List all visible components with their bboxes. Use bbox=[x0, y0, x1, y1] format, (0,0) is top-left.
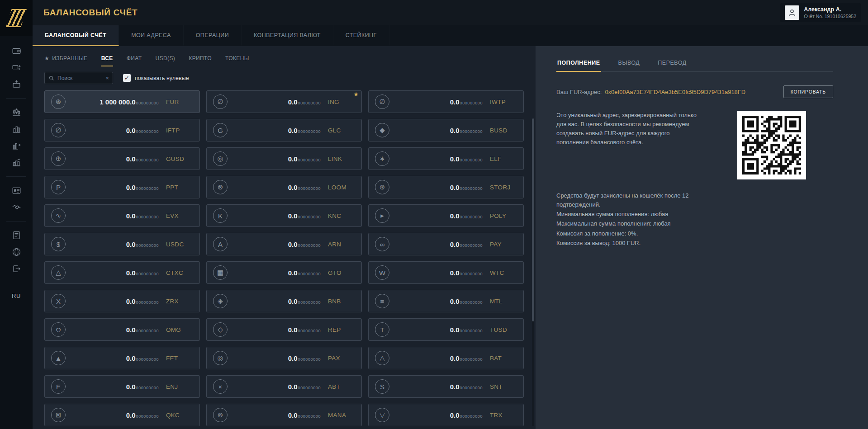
currency-card-poly[interactable]: ▸0.0000000000POLY bbox=[368, 204, 524, 227]
currency-card-pax[interactable]: ◎0.0000000000PAX bbox=[206, 347, 362, 369]
currency-balance: 0.0000000000 bbox=[288, 155, 321, 163]
filter-tab-3[interactable]: USD(S) bbox=[156, 55, 175, 66]
currency-card-ctxc[interactable]: △0.0000000000CTXC bbox=[44, 261, 200, 284]
nav-tab-0[interactable]: БАЛАНСОВЫЙ СЧЁТ bbox=[33, 25, 119, 46]
chart-exchange-icon[interactable] bbox=[12, 141, 21, 151]
currency-card-zrx[interactable]: X0.0000000000ZRX bbox=[44, 290, 200, 312]
currency-card-gto[interactable]: ▦0.0000000000GTO bbox=[206, 261, 362, 284]
candlestick-chart-icon[interactable] bbox=[12, 108, 21, 117]
currency-balance: 0.0000000000 bbox=[450, 155, 483, 163]
balance-main: 0.0 bbox=[126, 269, 136, 277]
currency-card-storj[interactable]: ⊛0.0000000000STORJ bbox=[368, 176, 524, 198]
checkbox-checked-icon[interactable]: ✓ bbox=[123, 74, 131, 82]
balance-sub-zeros: 000000000 bbox=[460, 243, 483, 248]
currency-card-knc[interactable]: K0.0000000000KNC bbox=[206, 204, 362, 227]
nav-tab-4[interactable]: СТЕЙКИНГ bbox=[333, 25, 389, 46]
currency-card-busd[interactable]: ◆0.0000000000BUSD bbox=[368, 119, 524, 141]
currency-card-wtc[interactable]: W0.0000000000WTC bbox=[368, 261, 524, 284]
balance-sub-zeros: 000000000 bbox=[136, 215, 159, 219]
currency-code: ELF bbox=[490, 156, 517, 162]
favorite-star-icon[interactable]: ★ bbox=[353, 91, 359, 98]
language-switcher[interactable]: RU bbox=[12, 292, 21, 299]
filter-tab-2[interactable]: ФИАТ bbox=[127, 55, 142, 66]
bar-chart-icon[interactable] bbox=[12, 124, 21, 134]
balance-sub-zeros: 000000000 bbox=[298, 357, 321, 362]
user-account-number: Счёт No. 191010625952 bbox=[804, 14, 856, 19]
balance-main: 0.0 bbox=[450, 297, 460, 305]
balance-sub-zeros: 000000000 bbox=[298, 129, 321, 134]
logout-icon[interactable] bbox=[12, 264, 21, 273]
globe-icon[interactable] bbox=[12, 247, 21, 257]
mtl-coin-icon: ≡ bbox=[375, 294, 389, 308]
usdc-coin-icon: $ bbox=[51, 237, 66, 251]
balance-sub-zeros: 000000000 bbox=[298, 215, 321, 219]
currency-card-iftp[interactable]: ∅0.0000000000IFTP bbox=[44, 119, 200, 141]
currency-card-snt[interactable]: S0.0000000000SNT bbox=[368, 375, 524, 398]
currency-card-qkc[interactable]: ⊠0.0000000000QKC bbox=[44, 404, 200, 426]
currency-card-arn[interactable]: A0.0000000000ARN bbox=[206, 233, 362, 255]
nav-tab-3[interactable]: КОНВЕРТАЦИЯ ВАЛЮТ bbox=[242, 25, 333, 46]
currency-card-elf[interactable]: ∗0.0000000000ELF bbox=[368, 147, 524, 170]
clear-search-icon[interactable]: × bbox=[105, 75, 109, 81]
currency-card-usdc[interactable]: $0.0000000000USDC bbox=[44, 233, 200, 255]
currency-card-loom[interactable]: ⊗0.0000000000LOOM bbox=[206, 176, 362, 198]
currency-card-abt[interactable]: ×0.0000000000ABT bbox=[206, 375, 362, 398]
snt-coin-icon: S bbox=[375, 379, 389, 394]
currency-code: ENJ bbox=[166, 383, 193, 390]
currency-card-gusd[interactable]: ⊕0.0000000000GUSD bbox=[44, 147, 200, 170]
balance-main: 0.0 bbox=[450, 354, 460, 362]
currency-code: FET bbox=[166, 355, 193, 362]
search-input[interactable] bbox=[57, 75, 103, 81]
balance-sub-zeros: 000000000 bbox=[460, 186, 483, 191]
currency-card-tusd[interactable]: T0.0000000000TUSD bbox=[368, 318, 524, 341]
wallet-icon[interactable] bbox=[12, 46, 21, 56]
filter-tab-5[interactable]: ТОКЕНЫ bbox=[225, 55, 249, 66]
panel-tab-1[interactable]: ВЫВОД bbox=[617, 58, 641, 72]
currency-card-glc[interactable]: G0.0000000000GLC bbox=[206, 119, 362, 141]
currency-card-ppt[interactable]: P0.0000000000PPT bbox=[44, 176, 200, 198]
currency-card-mtl[interactable]: ≡0.0000000000MTL bbox=[368, 290, 524, 312]
user-menu[interactable]: Александр А. Счёт No. 191010625952 bbox=[780, 3, 861, 22]
currency-card-omg[interactable]: Ω0.0000000000OMG bbox=[44, 318, 200, 341]
nav-tab-2[interactable]: ОПЕРАЦИИ bbox=[184, 25, 242, 46]
balance-sub-zeros: 000000000 bbox=[136, 272, 159, 276]
currency-card-fet[interactable]: ▲0.0000000000FET bbox=[44, 347, 200, 369]
balance-sub-zeros: 000000000 bbox=[460, 329, 483, 333]
currency-card-evx[interactable]: ∿0.0000000000EVX bbox=[44, 204, 200, 227]
currency-card-enj[interactable]: E0.0000000000ENJ bbox=[44, 375, 200, 398]
copy-button[interactable]: КОПИРОВАТЬ bbox=[783, 85, 833, 98]
filter-tab-0[interactable]: ★ИЗБРАННЫЕ bbox=[44, 55, 88, 66]
show-zero-toggle[interactable]: ✓ показывать нулевые bbox=[123, 74, 189, 82]
filter-tab-4[interactable]: КРИПТО bbox=[189, 55, 212, 66]
filter-tab-1[interactable]: ВСЕ bbox=[101, 55, 113, 66]
card-exchange-icon[interactable] bbox=[12, 63, 21, 72]
currency-card-rep[interactable]: ◇0.0000000000REP bbox=[206, 318, 362, 341]
app-logo[interactable] bbox=[0, 0, 33, 36]
currency-card-bat[interactable]: △0.0000000000BAT bbox=[368, 347, 524, 369]
currency-card-bnb[interactable]: ◈0.0000000000BNB bbox=[206, 290, 362, 312]
currency-card-link[interactable]: ◎0.0000000000LINK bbox=[206, 147, 362, 170]
abt-coin-icon: × bbox=[213, 379, 228, 394]
currency-card-trx[interactable]: ▽0.0000000000TRX bbox=[368, 404, 524, 426]
scrollbar-thumb[interactable] bbox=[532, 118, 534, 321]
handshake-icon[interactable] bbox=[12, 203, 21, 212]
currency-card-ing[interactable]: ∅0.0000000000ING★ bbox=[206, 90, 362, 113]
nav-tab-1[interactable]: МОИ АДРЕСА bbox=[119, 25, 184, 46]
currency-code: GTO bbox=[328, 269, 355, 276]
wallet-deposit-icon[interactable] bbox=[12, 80, 21, 89]
scrollbar[interactable] bbox=[532, 118, 534, 426]
currency-card-iwtp[interactable]: ∅0.0000000000IWTP bbox=[368, 90, 524, 113]
balance-main: 0.0 bbox=[126, 240, 136, 248]
panel-tab-0[interactable]: ПОПОЛНЕНИЕ bbox=[556, 58, 601, 72]
favorites-star-icon: ★ bbox=[44, 55, 49, 61]
deposit-panel: ПОПОЛНЕНИЕВЫВОДПЕРЕВОД Ваш FUR-адрес: 0x… bbox=[536, 46, 868, 429]
currency-card-mana[interactable]: ⊚0.0000000000MANA bbox=[206, 404, 362, 426]
currency-card-fur[interactable]: ⊛1 000 000.0000000000FUR bbox=[44, 90, 200, 113]
id-card-icon[interactable] bbox=[12, 186, 21, 195]
invoice-icon[interactable] bbox=[12, 231, 21, 240]
balance-sub-zeros: 000000000 bbox=[136, 329, 159, 333]
panel-tab-2[interactable]: ПЕРЕВОД bbox=[657, 58, 687, 72]
currency-card-pay[interactable]: ∞0.0000000000PAY bbox=[368, 233, 524, 255]
balance-main: 0.0 bbox=[450, 383, 460, 391]
chart-analytics-icon[interactable] bbox=[12, 158, 21, 167]
